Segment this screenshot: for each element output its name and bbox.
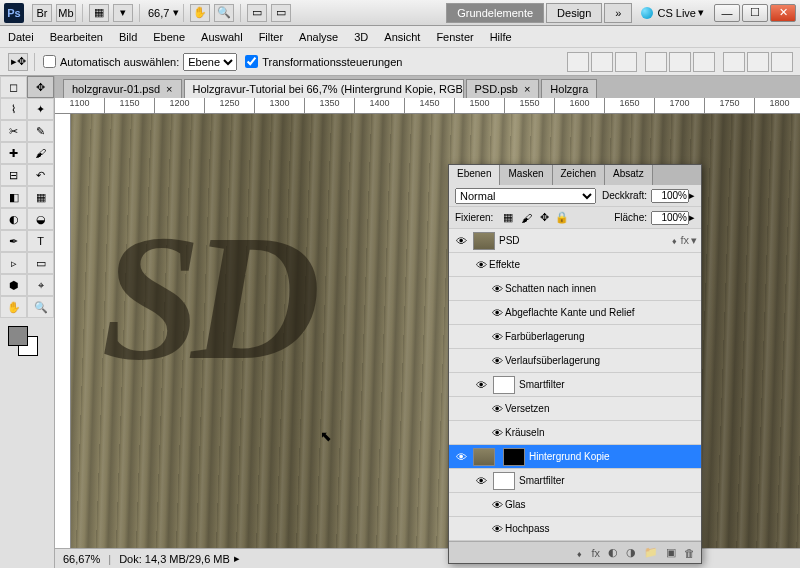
zoom-dropdown-icon[interactable]: ▾ — [173, 6, 179, 19]
delete-layer-icon[interactable]: 🗑 — [684, 547, 695, 559]
align-hcenter-button[interactable] — [669, 52, 691, 72]
lp-tab-absatz[interactable]: Absatz — [605, 165, 653, 185]
layer-thumb[interactable] — [473, 232, 495, 250]
layer-row[interactable]: 👁PSD⬧fx▾ — [449, 229, 701, 253]
menu-hilfe[interactable]: Hilfe — [490, 31, 512, 43]
bridge-button[interactable]: Br — [32, 4, 52, 22]
lasso-tool[interactable]: ⌇ — [0, 98, 27, 120]
visibility-icon[interactable]: 👁 — [489, 331, 505, 343]
view-guides-button[interactable]: ▾ — [113, 4, 133, 22]
wand-tool[interactable]: ✦ — [27, 98, 54, 120]
zoom-tool[interactable]: 🔍 — [27, 296, 54, 318]
menu-analyse[interactable]: Analyse — [299, 31, 338, 43]
doc-tab-2[interactable]: Holzgravur-Tutorial bei 66,7% (Hintergru… — [184, 79, 464, 98]
arrange-button[interactable]: ▭ — [247, 4, 267, 22]
layer-row[interactable]: 👁Schatten nach innen — [449, 277, 701, 301]
crop-tool[interactable]: ✂ — [0, 120, 27, 142]
opacity-slider-icon[interactable]: ▸ — [689, 189, 695, 202]
brush-tool[interactable]: 🖌 — [27, 142, 54, 164]
color-swatches[interactable] — [0, 322, 54, 362]
auto-select-checkbox[interactable] — [43, 55, 56, 68]
collapse-fx-icon[interactable]: ▾ — [691, 234, 697, 247]
lock-image-icon[interactable]: 🖌 — [519, 211, 533, 225]
layer-mask-icon[interactable]: ◐ — [608, 546, 618, 559]
eraser-tool[interactable]: ◧ — [0, 186, 27, 208]
visibility-icon[interactable]: 👁 — [489, 523, 505, 535]
layer-row[interactable]: 👁Effekte — [449, 253, 701, 277]
stamp-tool[interactable]: ⊟ — [0, 164, 27, 186]
blur-tool[interactable]: ◐ — [0, 208, 27, 230]
eyedropper-tool[interactable]: ✎ — [27, 120, 54, 142]
menu-datei[interactable]: Datei — [8, 31, 34, 43]
minibridge-button[interactable]: Mb — [56, 4, 76, 22]
doc-tab-4[interactable]: Holzgra — [541, 79, 597, 98]
visibility-icon[interactable]: 👁 — [453, 451, 469, 463]
layer-row[interactable]: 👁Versetzen — [449, 397, 701, 421]
maximize-button[interactable]: ☐ — [742, 4, 768, 22]
opacity-input[interactable] — [651, 189, 689, 203]
fx-icon[interactable]: fx — [680, 234, 689, 247]
fill-slider-icon[interactable]: ▸ — [689, 211, 695, 224]
distribute-button-1[interactable] — [723, 52, 745, 72]
shape-tool[interactable]: ▭ — [27, 252, 54, 274]
menu-ansicht[interactable]: Ansicht — [384, 31, 420, 43]
status-zoom[interactable]: 66,67% — [63, 553, 100, 565]
visibility-icon[interactable]: 👁 — [473, 259, 489, 271]
align-right-button[interactable] — [693, 52, 715, 72]
menu-bild[interactable]: Bild — [119, 31, 137, 43]
visibility-icon[interactable]: 👁 — [473, 475, 489, 487]
doc-tab-1[interactable]: holzgravur-01.psd× — [63, 79, 182, 98]
type-tool[interactable]: T — [27, 230, 54, 252]
pen-tool[interactable]: ✒ — [0, 230, 27, 252]
menu-3d[interactable]: 3D — [354, 31, 368, 43]
doc-tab-3[interactable]: PSD.psb× — [466, 79, 540, 98]
cs-live-button[interactable]: CS Live▾ — [641, 6, 704, 19]
visibility-icon[interactable]: 👁 — [489, 307, 505, 319]
lp-tab-masken[interactable]: Masken — [500, 165, 552, 185]
hand-tool[interactable]: ✋ — [0, 296, 27, 318]
layer-thumb[interactable] — [473, 448, 495, 466]
layer-thumb[interactable] — [493, 472, 515, 490]
layer-row[interactable]: 👁Smartfilter — [449, 373, 701, 397]
adjustment-layer-icon[interactable]: ◑ — [626, 546, 636, 559]
layers-panel[interactable]: Ebenen Masken Zeichen Absatz Normal Deck… — [448, 164, 702, 564]
layer-mask-thumb[interactable] — [503, 448, 525, 466]
minimize-button[interactable]: — — [714, 4, 740, 22]
lp-tab-ebenen[interactable]: Ebenen — [449, 165, 500, 185]
path-select-tool[interactable]: ▹ — [0, 252, 27, 274]
3d-tool[interactable]: ⬢ — [0, 274, 27, 296]
marquee-tool[interactable]: ◻ — [0, 76, 27, 98]
layer-row[interactable]: 👁Abgeflachte Kante und Relief — [449, 301, 701, 325]
align-vcenter-button[interactable] — [591, 52, 613, 72]
gradient-tool[interactable]: ▦ — [27, 186, 54, 208]
auto-select-dropdown[interactable]: Ebene — [183, 53, 237, 71]
menu-ebene[interactable]: Ebene — [153, 31, 185, 43]
blend-mode-select[interactable]: Normal — [455, 188, 596, 204]
layer-row[interactable]: 👁Farbüberlagerung — [449, 325, 701, 349]
align-bottom-button[interactable] — [615, 52, 637, 72]
zoom-value[interactable]: 66,7 — [148, 7, 169, 19]
fill-input[interactable] — [651, 211, 689, 225]
workspace-more[interactable]: » — [604, 3, 632, 23]
hand-button[interactable]: ✋ — [190, 4, 210, 22]
visibility-icon[interactable]: 👁 — [489, 355, 505, 367]
layer-row[interactable]: 👁Hochpass — [449, 517, 701, 541]
align-left-button[interactable] — [645, 52, 667, 72]
visibility-icon[interactable]: 👁 — [489, 499, 505, 511]
link-layers-icon[interactable]: ⬧ — [576, 547, 583, 559]
layer-row[interactable]: 👁Kräuseln — [449, 421, 701, 445]
workspace-design[interactable]: Design — [546, 3, 602, 23]
move-tool[interactable]: ✥ — [27, 76, 54, 98]
dodge-tool[interactable]: ◒ — [27, 208, 54, 230]
layer-row[interactable]: 👁Glas — [449, 493, 701, 517]
history-brush-tool[interactable]: ↶ — [27, 164, 54, 186]
status-menu-icon[interactable]: ▸ — [234, 552, 240, 565]
lock-all-icon[interactable]: 🔒 — [555, 211, 569, 225]
visibility-icon[interactable]: 👁 — [473, 379, 489, 391]
distribute-button-3[interactable] — [771, 52, 793, 72]
layer-fx-icon[interactable]: fx — [591, 547, 600, 559]
lock-position-icon[interactable]: ✥ — [537, 211, 551, 225]
layer-row[interactable]: 👁Hintergrund Kopie — [449, 445, 701, 469]
close-button[interactable]: ✕ — [770, 4, 796, 22]
group-layers-icon[interactable]: 📁 — [644, 546, 658, 559]
